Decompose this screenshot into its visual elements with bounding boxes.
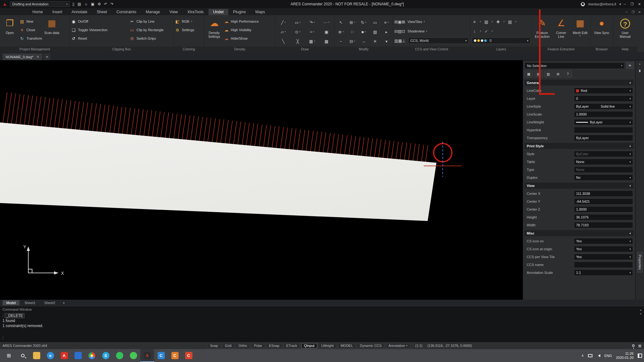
- ccs-name-field[interactable]: [574, 262, 633, 268]
- taskbar-edge[interactable]: e: [43, 349, 57, 362]
- palette-tool-icon[interactable]: ⊞: [554, 71, 562, 77]
- doc-restore-button[interactable]: ❐: [632, 10, 635, 14]
- tool-icon[interactable]: ↻▾: [358, 18, 369, 27]
- model-tab-sheet1[interactable]: Sheet1: [21, 300, 39, 305]
- viewport-icons[interactable]: ⊞▣⊠: [394, 19, 405, 25]
- open-icon[interactable]: ▤: [78, 2, 81, 6]
- doc-minimize-button[interactable]: ─: [626, 10, 628, 14]
- tool-icon[interactable]: ╲: [277, 37, 290, 46]
- style-field[interactable]: ByColor▾: [574, 151, 633, 157]
- redo-icon[interactable]: ↷: [110, 2, 114, 6]
- toggle-snap[interactable]: Snap: [207, 343, 221, 348]
- settings-button[interactable]: ⚙Settings: [175, 26, 194, 34]
- command-window-controls[interactable]: ▴ ▾: [640, 308, 641, 315]
- rgb-button[interactable]: ◧RGB▾: [175, 18, 194, 25]
- tool-icon[interactable]: ▧: [370, 27, 380, 37]
- save-icon[interactable]: ▣: [91, 2, 94, 6]
- collapse-icon[interactable]: ▲: [629, 81, 631, 84]
- clip-by-rectangle-button[interactable]: ▭Clip by Rectangle: [130, 26, 164, 34]
- tool-icon[interactable]: ■▾: [358, 27, 369, 37]
- clock[interactable]: 11:26 2020-01-20: [616, 352, 634, 360]
- tool-icon[interactable]: −: [336, 37, 346, 46]
- undo-icon[interactable]: ↶: [104, 2, 107, 6]
- close-button[interactable]: ✕Close: [19, 26, 42, 34]
- taskbar-spotify[interactable]: [113, 349, 126, 362]
- layout-grid-icon[interactable]: ▦: [638, 344, 641, 348]
- density-settings-button[interactable]: ☁ Density Settings: [206, 16, 223, 47]
- close-icon[interactable]: ✕: [36, 55, 39, 59]
- collapse-icon[interactable]: ▲: [629, 232, 631, 235]
- layer-field[interactable]: 0▾: [574, 95, 633, 102]
- restore-button[interactable]: ❐: [630, 2, 634, 6]
- ribbon-tab-home[interactable]: Home: [28, 9, 47, 15]
- layer-icon[interactable]: ✓: [484, 29, 489, 34]
- taskbar-app-c-red[interactable]: C: [182, 349, 196, 362]
- account-area[interactable]: mantas@infoera.lt ▾: [581, 2, 621, 6]
- layer-tool-icons-2[interactable]: ↕▾✓▾: [472, 27, 530, 35]
- tool-icon[interactable]: ▭: [370, 18, 380, 27]
- type-field[interactable]: None: [574, 167, 633, 173]
- ribbon-tab-manage[interactable]: Manage: [141, 9, 165, 15]
- toggle-polar[interactable]: Polar: [251, 343, 265, 348]
- on-off-button[interactable]: ◉On/Off: [71, 18, 128, 25]
- toggle-qinput[interactable]: QInput: [301, 343, 317, 348]
- shadeview-dropdown[interactable]: Shadeview ▾: [408, 29, 427, 33]
- view-control-icon[interactable]: ⊠: [402, 20, 405, 24]
- new-button[interactable]: ▤New: [19, 18, 42, 25]
- taskbar-chrome[interactable]: [85, 349, 99, 362]
- ribbon-tab-sheet[interactable]: Sheet: [92, 9, 112, 15]
- layer-tool-icons[interactable]: ≡▾▧▾✚▾▨▾: [472, 18, 530, 26]
- palette-tool-icon[interactable]: ▦: [525, 71, 533, 77]
- view-control-icon[interactable]: ▤: [398, 29, 402, 34]
- new-file-icon[interactable]: ▯: [72, 2, 75, 6]
- toggle-grid[interactable]: Grid: [222, 343, 234, 348]
- tool-icon[interactable]: ↷▾: [306, 18, 319, 27]
- center-x-field[interactable]: 111.3038: [574, 190, 633, 197]
- tool-icon[interactable]: ✕: [370, 37, 380, 46]
- linecolor-field[interactable]: Red▾: [574, 88, 633, 94]
- tool-icon[interactable]: ▱▾: [277, 27, 290, 37]
- layer-dropdown[interactable]: 0 ▾: [472, 37, 530, 44]
- view-icons[interactable]: ⊟▤⊡: [394, 28, 405, 34]
- taskbar-app-c-blue[interactable]: C: [154, 349, 168, 362]
- lamp-icon[interactable]: ☼: [84, 2, 88, 6]
- command-window[interactable]: Command Window : _DELETE 1 found 1 const…: [0, 306, 644, 342]
- tool-icon[interactable]: ▦▾: [306, 37, 319, 46]
- view-control-icon[interactable]: ▥: [394, 38, 398, 43]
- scan-data-button[interactable]: ▦ Scan-data: [43, 16, 60, 47]
- settings-icon[interactable]: ⚙: [97, 2, 101, 6]
- toggle-dynamic-ccs[interactable]: Dynamic CCS: [357, 343, 384, 348]
- tool-icon[interactable]: ⊟▾: [347, 37, 357, 46]
- reset-button[interactable]: ↺Reset: [71, 35, 128, 42]
- tool-icon[interactable]: ≡▾: [381, 18, 391, 27]
- hyperlink-field[interactable]: [574, 127, 633, 133]
- corner-line-button[interactable]: ∠Corner Line: [552, 16, 569, 47]
- layer-icon[interactable]: ▨: [507, 20, 513, 24]
- transform-button[interactable]: ↻Transform: [19, 35, 42, 42]
- language-indicator[interactable]: ENG: [604, 354, 612, 358]
- network-icon[interactable]: [588, 354, 592, 357]
- notification-center-icon[interactable]: [638, 354, 642, 358]
- clip-by-line-button[interactable]: ✂Clip by Line: [130, 18, 164, 25]
- ribbon-tab-undet[interactable]: Undet: [208, 9, 228, 15]
- ribbon-tab-constraints[interactable]: Constraints: [112, 9, 141, 15]
- feature-extraction-button[interactable]: ✎Feature Extraction: [534, 16, 551, 47]
- document-tab[interactable]: NONAME_0.dwg* ✕: [3, 54, 42, 60]
- tool-icon[interactable]: ▭▾: [291, 18, 304, 27]
- model-tab-model[interactable]: Model: [3, 300, 19, 305]
- ccs-icons[interactable]: ▥▦⊥: [394, 38, 406, 43]
- view-control-icon[interactable]: ⊟: [394, 29, 398, 34]
- pin-icon[interactable]: ▪: [639, 62, 641, 66]
- user-manual-button[interactable]: ? User Manual: [617, 16, 634, 47]
- add-sheet-button[interactable]: +: [60, 300, 67, 305]
- toggle-viewsection-button[interactable]: ❏Toggle Viewsection: [71, 26, 128, 34]
- layer-icon[interactable]: ▧: [484, 20, 489, 24]
- ccs-per-view-tile-field[interactable]: Yes▾: [574, 254, 633, 260]
- toggle-etrack[interactable]: ETrack: [283, 343, 300, 348]
- duplex-field[interactable]: No▾: [574, 174, 633, 181]
- width-field[interactable]: 78.7193: [574, 222, 633, 228]
- tool-icon[interactable]: ⊕▾: [336, 27, 346, 37]
- taskbar-app-blue[interactable]: [71, 349, 85, 362]
- tool-icon[interactable]: ▩: [320, 37, 333, 46]
- cs-icon-at-origin-field[interactable]: Yes▾: [574, 246, 633, 252]
